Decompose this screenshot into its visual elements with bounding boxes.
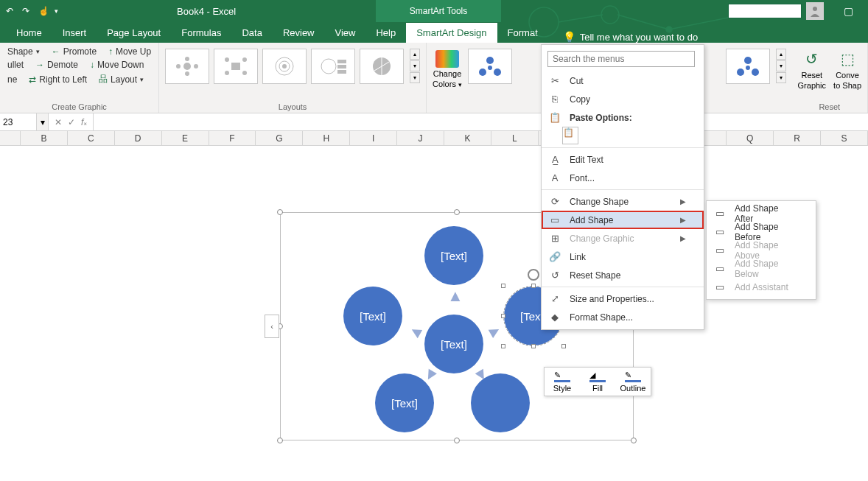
col-header[interactable]: K	[444, 131, 491, 145]
menu-change-shape[interactable]: ⟳Change Shape▶	[542, 192, 704, 211]
layout-thumb-3[interactable]	[262, 49, 307, 84]
col-header[interactable]: B	[21, 131, 68, 145]
tab-smartart-design[interactable]: SmartArt Design	[406, 23, 497, 43]
redo-icon[interactable]: ↷	[22, 6, 32, 16]
layout-thumb-5[interactable]	[360, 49, 404, 84]
col-header[interactable]: Q	[727, 131, 774, 145]
touch-icon[interactable]: ☝	[38, 6, 49, 16]
text-pane-toggle[interactable]: ‹	[265, 315, 279, 338]
layout-button[interactable]: 品Layout ▾	[97, 72, 145, 86]
tell-me[interactable]: 💡 Tell me what you want to do	[563, 31, 698, 43]
selection-handle[interactable]	[531, 284, 536, 288]
menu-reset-shape[interactable]: ↺Reset Shape	[542, 266, 704, 284]
resize-handle[interactable]	[454, 209, 460, 215]
style-icon: ✎	[554, 371, 570, 382]
layout-thumb-1[interactable]	[165, 49, 209, 84]
add-shape-button[interactable]: Shape ▾	[6, 46, 41, 57]
reset-graphic-button[interactable]: ↺ Reset Graphic	[798, 49, 827, 90]
col-header[interactable]: H	[303, 131, 350, 145]
resize-handle[interactable]	[277, 209, 283, 215]
rotate-handle[interactable]	[528, 269, 539, 281]
rtl-button[interactable]: ⇄Right to Left	[27, 72, 88, 86]
selection-handle[interactable]	[501, 284, 505, 288]
smartart-node-center[interactable]: [Text]	[424, 315, 483, 373]
styles-gallery-down[interactable]: ▾	[776, 60, 786, 71]
col-header[interactable]: G	[256, 131, 303, 145]
menu-link[interactable]: 🔗Link	[542, 247, 704, 266]
col-header[interactable]: F	[209, 131, 256, 145]
resize-handle[interactable]	[277, 438, 283, 443]
paste-preview-icon[interactable]: 📋	[562, 127, 578, 144]
selection-handle[interactable]	[561, 344, 566, 348]
ribbon-display-options-icon[interactable]: ▢	[844, 5, 853, 17]
mini-fill-button[interactable]: ◢Fill	[583, 371, 612, 393]
enter-icon[interactable]: ✓	[68, 117, 75, 127]
menu-size-props[interactable]: ⤢Size and Properties...	[542, 289, 704, 308]
tab-format[interactable]: Format	[497, 23, 548, 43]
styles-gallery-more[interactable]: ▾	[776, 72, 786, 83]
styles-gallery-up[interactable]: ▴	[776, 49, 786, 60]
smartart-node-left[interactable]: [Text]	[343, 287, 402, 345]
menu-add-shape[interactable]: ▭Add Shape▶	[542, 211, 704, 229]
col-header[interactable]: E	[162, 131, 209, 145]
formula-input[interactable]	[94, 113, 868, 130]
menu-font[interactable]: AFont...	[542, 169, 704, 187]
worksheet-canvas[interactable]: ‹ [Text] [Text] [Text] [Text] [Text] ▲ ▲…	[0, 146, 868, 481]
col-header[interactable]: J	[397, 131, 444, 145]
resize-handle[interactable]	[631, 438, 637, 443]
undo-icon[interactable]: ↶	[6, 6, 16, 16]
col-header[interactable]: D	[115, 131, 162, 145]
tab-view[interactable]: View	[325, 23, 366, 43]
select-all-corner[interactable]	[0, 131, 21, 145]
style-thumb-2[interactable]	[726, 49, 770, 84]
menu-format-shape[interactable]: ◆Format Shape...	[542, 308, 704, 326]
selection-handle[interactable]	[531, 344, 536, 348]
contextual-tab-label: SmartArt Tools	[376, 0, 501, 22]
tab-review[interactable]: Review	[273, 23, 325, 43]
submenu-add-before[interactable]: ▭Add Shape Before	[707, 222, 816, 241]
layout-thumb-2[interactable]	[214, 49, 258, 84]
smartart-node-top[interactable]: [Text]	[424, 226, 483, 285]
mini-outline-button[interactable]: ✎Outline	[618, 371, 648, 393]
gallery-down-icon[interactable]: ▾	[410, 60, 420, 71]
name-box[interactable]: 23	[0, 113, 37, 130]
tab-help[interactable]: Help	[365, 23, 406, 43]
col-header[interactable]: I	[350, 131, 397, 145]
menu-edit-text[interactable]: A̲Edit Text	[542, 150, 704, 169]
tab-home[interactable]: Home	[6, 23, 52, 43]
demote-button[interactable]: →Demote	[34, 59, 80, 71]
change-colors-button[interactable]: Change Colors ▾	[433, 46, 462, 88]
user-avatar[interactable]	[806, 2, 824, 20]
tab-page-layout[interactable]: Page Layout	[97, 23, 171, 43]
selection-handle[interactable]	[501, 314, 505, 318]
mini-style-button[interactable]: ✎Style	[547, 371, 577, 393]
tab-data[interactable]: Data	[231, 23, 272, 43]
gallery-up-icon[interactable]: ▴	[410, 49, 420, 60]
menu-cut[interactable]: ✂Cut	[542, 71, 704, 90]
namebox-dropdown-icon[interactable]: ▾	[37, 113, 49, 130]
col-header[interactable]: S	[821, 131, 868, 145]
move-down-button[interactable]: ↓Move Down	[88, 59, 145, 71]
add-bullet-button[interactable]: ullet	[6, 59, 25, 71]
fx-icon[interactable]: fₓ	[81, 117, 87, 127]
search-box[interactable]	[728, 4, 802, 18]
col-header[interactable]: R	[774, 131, 821, 145]
gallery-more-icon[interactable]: ▾	[410, 72, 420, 83]
menu-copy[interactable]: ⎘Copy	[542, 90, 704, 108]
promote-button[interactable]: ←Promote	[50, 46, 98, 57]
qat-customize-icon[interactable]: ▾	[55, 7, 58, 15]
resize-handle[interactable]	[454, 438, 460, 443]
col-header[interactable]: C	[68, 131, 115, 145]
tab-insert[interactable]: Insert	[52, 23, 97, 43]
menu-search-input[interactable]	[547, 51, 695, 67]
selection-handle[interactable]	[501, 344, 505, 348]
convert-button[interactable]: ⬚ Conve to Shap	[833, 49, 861, 90]
style-thumb-1[interactable]	[468, 49, 512, 84]
tab-formulas[interactable]: Formulas	[171, 23, 231, 43]
move-up-button[interactable]: ↑Move Up	[107, 46, 153, 57]
submenu-add-after[interactable]: ▭Add Shape After	[707, 204, 816, 222]
text-pane-button[interactable]: ne	[6, 72, 18, 86]
layout-thumb-4[interactable]	[311, 49, 355, 84]
col-header[interactable]: L	[491, 131, 539, 145]
cancel-icon[interactable]: ✕	[55, 117, 62, 127]
